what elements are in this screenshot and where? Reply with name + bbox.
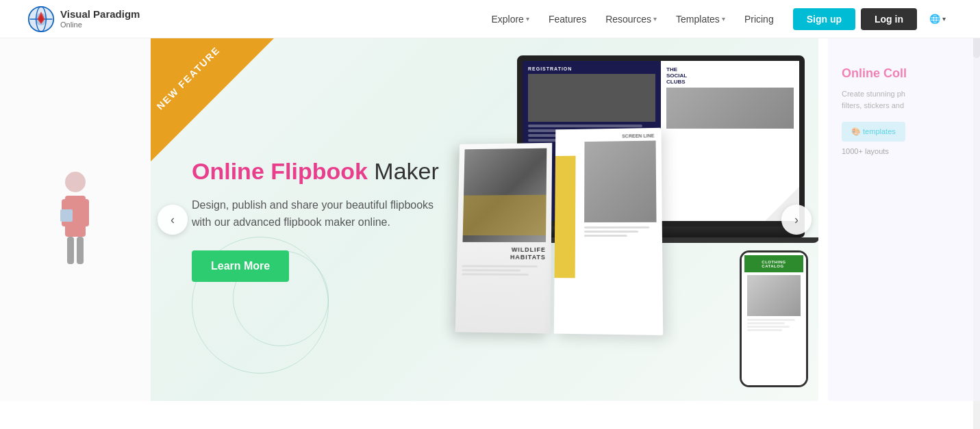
book-right-line-1: [584, 226, 649, 229]
screen-left-title: REGISTRATION: [528, 66, 655, 71]
phone-line-1: [747, 319, 795, 321]
next-slide-inner: Online Coll Create stunning phfilters, s…: [828, 38, 980, 183]
phone-image: [747, 275, 801, 316]
text-line-1: [528, 125, 642, 127]
nav-resources[interactable]: Resources ▾: [597, 8, 665, 30]
prev-slide-illustration: [48, 165, 103, 274]
phone-line-3: [747, 326, 790, 328]
next-slide-title: Online Coll: [842, 66, 966, 81]
prev-slide-button[interactable]: ‹: [158, 205, 188, 235]
brand-name: Visual Paradigm: [60, 9, 140, 21]
book-right-line-3: [584, 235, 627, 237]
book-left-photo: [463, 148, 547, 242]
phone-line-2: [747, 322, 785, 324]
logo-icon: [27, 5, 55, 33]
slide-title: Online Flipbook Maker: [192, 157, 452, 185]
book-left-title: WILDLIFEHABITATS: [462, 246, 546, 261]
phone-content: [744, 272, 803, 335]
chevron-down-icon: ▾: [526, 15, 529, 23]
slide-title-highlight: Online Flipbook: [192, 158, 368, 184]
navbar: Visual Paradigm Online Explore ▾ Feature…: [0, 0, 980, 38]
slide-text: Online Flipbook Maker Design, publish an…: [192, 157, 452, 282]
book-mockup: WILDLIFEHABITATS SCREEN LINE: [455, 128, 663, 350]
next-slide-description: Create stunning phfilters, stickers and: [842, 88, 966, 111]
phone-screen: CLOTHINGCATALOG: [742, 252, 806, 385]
svg-rect-11: [67, 237, 74, 264]
nav-explore[interactable]: Explore ▾: [483, 8, 537, 30]
screen-right-title: THESOCIALCLUBS: [666, 66, 794, 85]
main-slide: NEW FEATURE Online Flipbook Maker Design…: [151, 38, 818, 401]
hero-section: NEW FEATURE Online Flipbook Maker Design…: [0, 38, 980, 401]
screen-right-image: [666, 88, 794, 129]
next-slide-templates-button[interactable]: 🎨 templates: [842, 122, 905, 142]
phone-body: CLOTHINGCATALOG: [740, 250, 808, 387]
next-title-text: Online Coll: [842, 66, 907, 80]
book-right-lines: [584, 226, 657, 237]
nav-buttons: Sign up Log in 🌐 ▾: [793, 8, 953, 30]
language-button[interactable]: 🌐 ▾: [922, 8, 953, 29]
nav-features[interactable]: Features: [540, 8, 594, 30]
nav-links: Explore ▾ Features Resources ▾ Templates…: [483, 8, 781, 30]
new-feature-text: NEW FEATURE: [151, 40, 226, 116]
signup-button[interactable]: Sign up: [793, 8, 855, 30]
book-right-photo: [584, 141, 656, 223]
screen-right-panel: THESOCIALCLUBS: [661, 61, 799, 221]
next-slide-button[interactable]: ›: [781, 205, 812, 235]
phone-line-4: [747, 329, 782, 331]
slide-title-rest: Maker: [368, 158, 439, 184]
svg-rect-12: [77, 237, 84, 264]
next-slide-peek: Online Coll Create stunning phfilters, s…: [828, 38, 980, 401]
nav-pricing[interactable]: Pricing: [736, 8, 782, 30]
slide-image-area: REGISTRATION THESOCIALCLUBS: [421, 38, 818, 401]
brand-sub: Online: [60, 21, 140, 29]
book-line-2: [462, 269, 520, 271]
book-right-page: SCREEN LINE: [554, 128, 663, 335]
learn-more-button[interactable]: Learn More: [192, 250, 289, 282]
next-slide-layouts: 1000+ layouts: [842, 147, 966, 155]
book-right-title: SCREEN LINE: [585, 133, 656, 139]
bottom-section: Infographic Maker: [0, 401, 980, 429]
nav-templates[interactable]: Templates ▾: [668, 8, 733, 30]
chevron-down-icon-2: ▾: [653, 15, 657, 23]
book-left-page: WILDLIFEHABITATS: [455, 143, 553, 334]
book-line-1: [462, 265, 538, 268]
prev-slide-content: [34, 151, 116, 288]
phone-mockup: CLOTHINGCATALOG: [740, 250, 808, 387]
chevron-left-icon: ‹: [171, 213, 175, 227]
logo-text: Visual Paradigm Online: [60, 9, 140, 29]
book-left-lines: [462, 265, 545, 276]
logo[interactable]: Visual Paradigm Online: [27, 5, 140, 33]
prev-slide-peek: [0, 38, 151, 401]
svg-rect-13: [60, 209, 73, 222]
slide-description: Design, publish and share your beautiful…: [192, 196, 452, 231]
book-right-accent: [555, 156, 576, 278]
book-line-3: [462, 273, 528, 276]
screen-left-image: [528, 74, 655, 122]
phone-text-lines: [747, 319, 801, 331]
chevron-down-icon-lang: ▾: [942, 15, 946, 23]
globe-icon: 🌐: [929, 14, 940, 24]
svg-rect-10: [81, 199, 89, 226]
login-button[interactable]: Log in: [861, 8, 917, 30]
phone-header: CLOTHINGCATALOG: [744, 255, 803, 272]
chevron-right-icon: ›: [794, 213, 799, 227]
svg-point-7: [65, 172, 86, 192]
book-right-line-2: [584, 231, 638, 233]
new-feature-banner: NEW FEATURE: [151, 38, 274, 161]
chevron-down-icon-3: ▾: [722, 15, 725, 23]
